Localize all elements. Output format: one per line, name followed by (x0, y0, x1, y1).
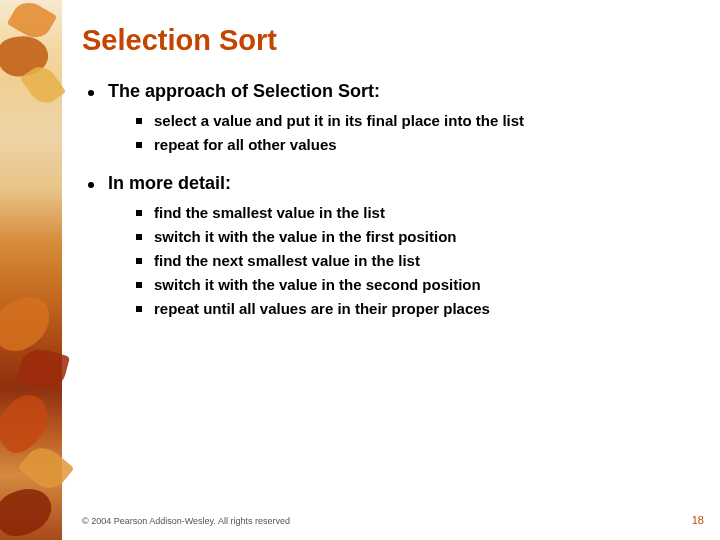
leaf-decoration (0, 484, 57, 540)
bullet-square-icon (136, 234, 142, 240)
bullet-text: repeat for all other values (154, 136, 337, 153)
bullet-text: repeat until all values are in their pro… (154, 300, 490, 317)
bullet-square-icon (136, 118, 142, 124)
slide-title: Selection Sort (82, 24, 692, 57)
bullet-level2: switch it with the value in the first po… (136, 228, 692, 245)
bullet-square-icon (136, 306, 142, 312)
copyright-footer: © 2004 Pearson Addison-Wesley. All right… (82, 516, 290, 526)
bullet-square-icon (136, 210, 142, 216)
bullet-dot-icon (88, 182, 94, 188)
bullet-text: switch it with the value in the second p… (154, 276, 481, 293)
bullet-text: The approach of Selection Sort: (108, 81, 380, 102)
page-number: 18 (692, 514, 704, 526)
bullet-text: find the next smallest value in the list (154, 252, 420, 269)
bullet-text: select a value and put it in its final p… (154, 112, 524, 129)
bullet-level2: find the next smallest value in the list (136, 252, 692, 269)
leaf-decoration (0, 387, 60, 460)
bullet-square-icon (136, 282, 142, 288)
bullet-square-icon (136, 258, 142, 264)
leaf-decoration (16, 345, 70, 394)
bullet-level2: select a value and put it in its final p… (136, 112, 692, 129)
bullet-square-icon (136, 142, 142, 148)
bullet-text: In more detail: (108, 173, 231, 194)
bullet-level2: switch it with the value in the second p… (136, 276, 692, 293)
sub-bullet-list: find the smallest value in the list swit… (136, 204, 692, 317)
leaf-decoration (0, 290, 59, 359)
bullet-level1: The approach of Selection Sort: (88, 81, 692, 102)
slide-content: Selection Sort The approach of Selection… (82, 24, 692, 337)
bullet-dot-icon (88, 90, 94, 96)
bullet-text: find the smallest value in the list (154, 204, 385, 221)
bullet-text: switch it with the value in the first po… (154, 228, 457, 245)
decorative-sidebar (0, 0, 62, 540)
bullet-level2: repeat for all other values (136, 136, 692, 153)
bullet-level2: find the smallest value in the list (136, 204, 692, 221)
bullet-level1: In more detail: (88, 173, 692, 194)
sub-bullet-list: select a value and put it in its final p… (136, 112, 692, 153)
bullet-level2: repeat until all values are in their pro… (136, 300, 692, 317)
